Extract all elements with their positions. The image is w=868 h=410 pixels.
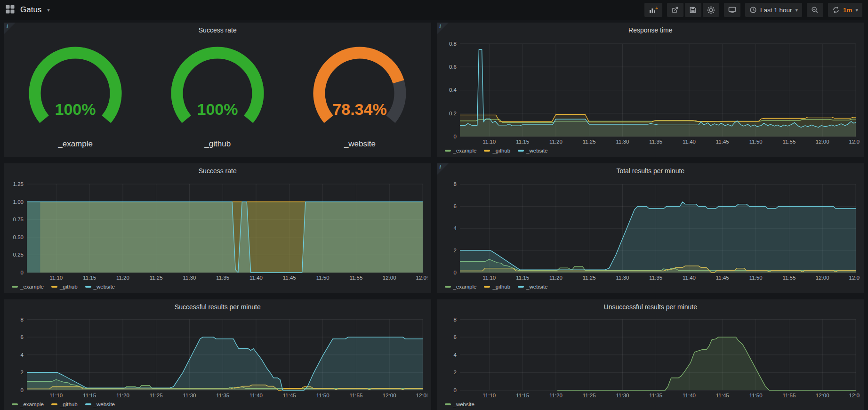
time-range-button[interactable]: Last 1 hour ▾ bbox=[745, 3, 802, 17]
panel-info-corner-icon[interactable]: i bbox=[437, 23, 449, 34]
legend-item[interactable]: _website bbox=[518, 148, 547, 153]
gauge-label: _example bbox=[58, 139, 93, 149]
legend-item[interactable]: _example bbox=[445, 148, 477, 153]
svg-text:12:00: 12:00 bbox=[815, 393, 829, 398]
svg-text:11:50: 11:50 bbox=[749, 393, 762, 398]
legend-swatch bbox=[445, 150, 451, 152]
share-arrow-icon bbox=[671, 6, 679, 14]
svg-text:11:55: 11:55 bbox=[782, 393, 796, 398]
legend-label: _website bbox=[526, 148, 547, 153]
legend: _example_github_website bbox=[437, 282, 864, 293]
legend-item[interactable]: _github bbox=[484, 148, 510, 153]
legend-item[interactable]: _example bbox=[12, 402, 44, 407]
svg-text:6: 6 bbox=[453, 334, 456, 340]
legend: _example_github_website bbox=[4, 400, 431, 410]
gauge: 100%_example bbox=[4, 44, 146, 149]
refresh-button[interactable]: 1m ▾ bbox=[828, 3, 862, 17]
svg-text:11:35: 11:35 bbox=[649, 139, 662, 145]
svg-text:11:45: 11:45 bbox=[715, 275, 729, 281]
svg-text:+: + bbox=[655, 6, 658, 11]
panel-title[interactable]: Success rate bbox=[4, 166, 431, 176]
panel-info-corner-icon[interactable]: i bbox=[437, 163, 449, 175]
legend-item[interactable]: _website bbox=[445, 402, 474, 407]
grid-squares-icon[interactable] bbox=[6, 5, 15, 16]
caret-down-icon: ▾ bbox=[855, 8, 858, 13]
svg-text:11:10: 11:10 bbox=[482, 139, 496, 145]
legend-item[interactable]: _website bbox=[85, 402, 115, 407]
svg-text:11:15: 11:15 bbox=[83, 275, 96, 281]
legend-swatch bbox=[445, 286, 451, 288]
svg-text:0.8: 0.8 bbox=[449, 41, 457, 47]
cycle-view-mode-button[interactable] bbox=[724, 3, 740, 17]
svg-text:6: 6 bbox=[21, 334, 24, 340]
svg-text:0.4: 0.4 bbox=[449, 87, 457, 93]
legend-swatch bbox=[51, 286, 57, 288]
svg-text:11:30: 11:30 bbox=[183, 275, 196, 281]
legend-item[interactable]: _example bbox=[12, 284, 44, 289]
legend-swatch bbox=[51, 403, 57, 405]
total-results-chart[interactable]: 11:1011:1511:2011:2511:3011:3511:4011:45… bbox=[441, 176, 860, 282]
panel-title[interactable]: Unsuccessful results per minute bbox=[437, 302, 864, 312]
svg-text:11:20: 11:20 bbox=[549, 393, 562, 398]
legend-item[interactable]: _github bbox=[484, 284, 510, 289]
zoom-out-button[interactable] bbox=[807, 3, 823, 17]
svg-text:12:05: 12:05 bbox=[416, 275, 427, 281]
legend-swatch bbox=[12, 403, 18, 405]
svg-text:11:45: 11:45 bbox=[715, 139, 729, 145]
legend-swatch bbox=[484, 286, 490, 288]
legend-label: _website bbox=[94, 284, 115, 289]
panel-unsuccessful-results: Unsuccessful results per minute 11:1011:… bbox=[437, 299, 864, 410]
svg-text:4: 4 bbox=[21, 352, 24, 358]
svg-text:11:25: 11:25 bbox=[150, 393, 163, 398]
svg-text:0: 0 bbox=[453, 134, 456, 139]
refresh-arrows-icon bbox=[832, 6, 840, 14]
legend-swatch bbox=[445, 403, 451, 405]
settings-button[interactable] bbox=[703, 3, 719, 17]
panel-title[interactable]: Total results per minute bbox=[437, 166, 864, 176]
legend-item[interactable]: _github bbox=[51, 284, 78, 289]
svg-text:11:20: 11:20 bbox=[116, 275, 129, 281]
panel-title[interactable]: Successful results per minute bbox=[4, 302, 431, 312]
svg-text:2: 2 bbox=[453, 370, 456, 375]
legend-label: _github bbox=[60, 402, 78, 407]
refresh-interval-label: 1m bbox=[843, 7, 852, 14]
panel-success-rate-chart: Success rate 11:1011:1511:2011:2511:3011… bbox=[4, 163, 431, 293]
svg-text:8: 8 bbox=[453, 181, 456, 187]
svg-text:0.6: 0.6 bbox=[449, 64, 457, 70]
panel-title[interactable]: Response time bbox=[437, 25, 864, 35]
response-time-chart[interactable]: 11:1011:1511:2011:2511:3011:3511:4011:45… bbox=[441, 35, 860, 146]
unsuccessful-results-chart[interactable]: 11:1011:1511:2011:2511:3011:3511:4011:45… bbox=[441, 312, 860, 400]
panel-success-rate-gauges: i Success rate 100%_example100%_github78… bbox=[4, 23, 431, 157]
legend-swatch bbox=[518, 286, 524, 288]
dashboard-title[interactable]: Gatus bbox=[20, 5, 41, 15]
svg-text:11:30: 11:30 bbox=[616, 393, 629, 398]
legend-item[interactable]: _example bbox=[445, 284, 477, 289]
legend-swatch bbox=[518, 150, 524, 152]
legend-item[interactable]: _website bbox=[518, 284, 547, 289]
share-button[interactable] bbox=[667, 3, 683, 17]
svg-text:11:25: 11:25 bbox=[582, 393, 595, 398]
panel-info-corner-icon[interactable]: i bbox=[4, 23, 16, 34]
svg-text:11:45: 11:45 bbox=[283, 275, 296, 281]
panel-title[interactable]: Success rate bbox=[4, 25, 431, 35]
legend-label: _github bbox=[60, 284, 78, 289]
success-rate-chart[interactable]: 11:1011:1511:2011:2511:3011:3511:4011:45… bbox=[8, 176, 427, 282]
gauge-label: _website bbox=[344, 139, 376, 149]
save-button[interactable] bbox=[685, 3, 701, 17]
svg-text:100%: 100% bbox=[55, 100, 96, 118]
legend-item[interactable]: _github bbox=[51, 402, 78, 407]
legend-label: _example bbox=[20, 284, 44, 289]
add-panel-button[interactable]: + bbox=[644, 3, 662, 17]
svg-text:11:45: 11:45 bbox=[283, 393, 296, 398]
svg-text:0.75: 0.75 bbox=[13, 217, 24, 222]
panel-successful-results: Successful results per minute 11:1011:15… bbox=[4, 299, 431, 410]
svg-text:11:40: 11:40 bbox=[249, 393, 263, 398]
caret-down-icon[interactable]: ▾ bbox=[47, 8, 50, 13]
legend-label: _website bbox=[453, 402, 474, 407]
successful-results-chart[interactable]: 11:1011:1511:2011:2511:3011:3511:4011:45… bbox=[8, 312, 427, 400]
caret-down-icon: ▾ bbox=[795, 8, 798, 13]
svg-text:11:50: 11:50 bbox=[316, 393, 330, 398]
legend-swatch bbox=[85, 403, 91, 405]
legend-item[interactable]: _website bbox=[85, 284, 115, 289]
navbar: Gatus ▾ + bbox=[0, 0, 868, 20]
